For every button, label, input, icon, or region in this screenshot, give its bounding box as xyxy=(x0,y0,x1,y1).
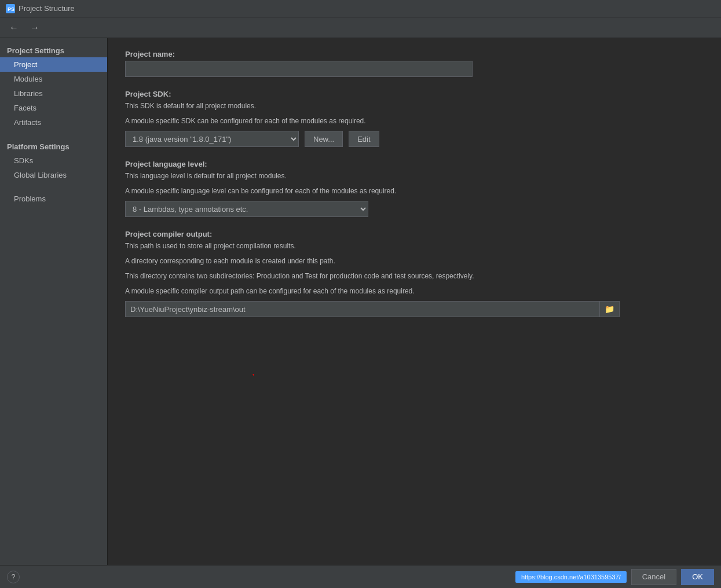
compiler-output-desc3: This directory contains two subdirectori… xyxy=(125,271,704,281)
nav-bar: ← → xyxy=(0,17,721,38)
sdk-dropdown[interactable]: 1.8 (java version "1.8.0_171") xyxy=(125,131,299,147)
sidebar-item-artifacts[interactable]: Artifacts xyxy=(0,115,107,130)
language-level-dropdown[interactable]: 8 - Lambdas, type annotations etc. xyxy=(125,201,368,217)
project-language-level-desc2: A module specific language level can be … xyxy=(125,186,704,196)
folder-browse-button[interactable]: 📁 xyxy=(600,301,620,317)
svg-marker-3 xyxy=(252,374,254,380)
project-name-input[interactable] xyxy=(125,61,473,77)
bottom-right: https://blog.csdn.net/a1031359537/ Cance… xyxy=(515,569,714,585)
sidebar-item-facets[interactable]: Facets xyxy=(0,101,107,115)
project-name-label: Project name: xyxy=(125,50,704,58)
compiler-output-row: 📁 xyxy=(125,301,704,317)
project-sdk-desc2: A module specific SDK can be configured … xyxy=(125,116,704,126)
project-sdk-desc1: This SDK is default for all project modu… xyxy=(125,101,704,111)
cancel-button[interactable]: Cancel xyxy=(631,569,676,585)
bottom-left: ? xyxy=(7,571,20,583)
help-button[interactable]: ? xyxy=(7,571,20,583)
title-bar: PS Project Structure xyxy=(0,0,721,17)
sidebar-item-problems[interactable]: Problems xyxy=(0,192,107,206)
edit-sdk-button[interactable]: Edit xyxy=(349,131,379,147)
platform-settings-header: Platform Settings xyxy=(0,139,107,153)
window-title: Project Structure xyxy=(19,4,75,13)
back-button[interactable]: ← xyxy=(6,21,22,34)
new-sdk-button[interactable]: New... xyxy=(305,131,343,147)
compiler-output-desc4: A module specific compiler output path c… xyxy=(125,286,704,296)
sdk-row: 1.8 (java version "1.8.0_171") New... Ed… xyxy=(125,131,704,147)
project-settings-header: Project Settings xyxy=(0,43,107,57)
sidebar-item-sdks[interactable]: SDKs xyxy=(0,153,107,168)
content-area: Project name: Project SDK: This SDK is d… xyxy=(108,38,721,565)
main-layout: Project Settings Project Modules Librari… xyxy=(0,38,721,565)
project-sdk-group: Project SDK: This SDK is default for all… xyxy=(125,90,704,147)
project-language-level-label: Project language level: xyxy=(125,160,704,168)
compiler-output-desc1: This path is used to store all project c… xyxy=(125,241,704,251)
app-icon: PS xyxy=(6,4,15,13)
sidebar-item-modules[interactable]: Modules xyxy=(0,72,107,86)
project-compiler-output-label: Project compiler output: xyxy=(125,230,704,238)
bottom-bar: ? https://blog.csdn.net/a1031359537/ Can… xyxy=(0,565,721,588)
project-language-level-group: Project language level: This language le… xyxy=(125,160,704,217)
compiler-output-desc2: A directory corresponding to each module… xyxy=(125,256,704,266)
project-sdk-label: Project SDK: xyxy=(125,90,704,98)
project-compiler-output-group: Project compiler output: This path is us… xyxy=(125,230,704,317)
project-name-group: Project name: xyxy=(125,50,704,77)
sidebar-item-libraries[interactable]: Libraries xyxy=(0,86,107,101)
ok-button[interactable]: OK xyxy=(681,569,714,585)
compiler-output-input[interactable] xyxy=(125,301,600,317)
forward-button[interactable]: → xyxy=(27,21,43,34)
project-language-level-desc1: This language level is default for all p… xyxy=(125,171,704,181)
sidebar-item-project[interactable]: Project xyxy=(0,57,107,72)
url-label: https://blog.csdn.net/a1031359537/ xyxy=(515,571,627,583)
svg-text:PS: PS xyxy=(8,6,14,12)
sidebar-item-global-libraries[interactable]: Global Libraries xyxy=(0,168,107,182)
sidebar: Project Settings Project Modules Librari… xyxy=(0,38,108,565)
